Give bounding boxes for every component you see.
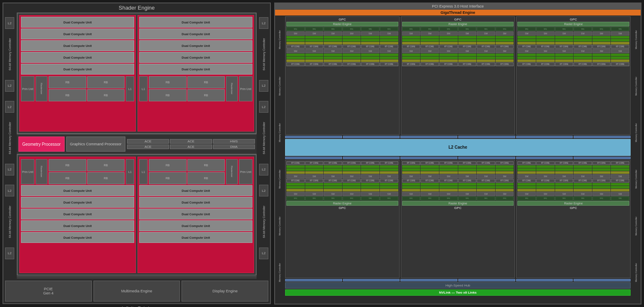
memory-controller-left: L2 64-bit Memory Controller L2 L2 64-bit… — [3, 13, 16, 264]
mem-ctrl-r: Memory Controller — [635, 30, 637, 49]
mem-ctrl: Memory Controller — [278, 123, 281, 142]
prim-unit: Prim Unit — [21, 76, 34, 101]
main-area: Dual Compute Unit Dual Compute Unit Dual… — [17, 13, 257, 278]
l1-box: L1 — [139, 76, 148, 101]
gpc-block-5: RT CORERT CORE RT CORERT CORE RT CORERT … — [401, 160, 515, 279]
mem-ctrl-label-left2: 64-bit Memory Controller — [8, 122, 11, 154]
mem-ctrl: Memory Controller — [278, 217, 281, 235]
l2-box-r: L2 — [259, 185, 268, 196]
l2-box-r: L2 — [259, 248, 268, 259]
rb-grid: RB RB RB RB — [49, 159, 125, 184]
dcu: Dual Compute Unit — [21, 64, 134, 75]
l2-box: L2 — [5, 101, 14, 113]
gpc-block-3: GPC Raster Engine TPCTPC TPCTPC TPCTPC S… — [516, 16, 631, 135]
compute-col-left-bottom: Prim Unit Rasterizer RB RB RB RB L1 Dual… — [19, 157, 136, 273]
dcu: Dual Compute Unit — [139, 17, 252, 28]
l2-box: L2 — [5, 80, 14, 92]
raster-engine: Raster Engine — [517, 22, 629, 26]
dcu: Dual Compute Unit — [21, 28, 134, 39]
l2-box-r: L2 — [259, 101, 268, 113]
dcu: Dual Compute Unit — [139, 185, 252, 196]
nvidia-main: Memory Controller Memory Controller Memo… — [275, 15, 641, 297]
display-engine-box: Display Engine — [182, 281, 268, 302]
l2-box: L2 — [5, 248, 14, 259]
dcu: Dual Compute Unit — [139, 197, 252, 208]
mem-ctrl-r: Memory Controller — [635, 217, 637, 235]
dcu: Dual Compute Unit — [139, 40, 252, 51]
l2-box-r: L2 — [259, 17, 268, 29]
rb-grid: RB RB RB RB — [149, 159, 225, 184]
rasterizer: Rasterizer — [36, 76, 47, 101]
mem-ctrl-label-left3: 64-bit Memory Controller — [8, 206, 11, 238]
dcu: Dual Compute Unit — [21, 52, 134, 63]
memory-controller-right: L2 64-bit Memory Controller L2 L2 64-bit… — [257, 13, 270, 264]
dcu: Dual Compute Unit — [21, 185, 134, 196]
raster-row-left-top: Prim Unit Rasterizer RB RB RB RB L1 — [21, 76, 134, 101]
gpc-row-bottom: RT CORERT CORE RT CORERT CORE RT CORERT … — [285, 160, 631, 279]
graphics-command-processor: Graphics Command Processor — [66, 137, 125, 152]
l2-box: L2 — [5, 17, 14, 29]
mem-ctrl-r: Memory Controller — [635, 77, 637, 95]
mem-ctrl: Memory Controller — [278, 77, 281, 95]
mem-ctrl: Memory Controller — [278, 170, 281, 188]
dcu: Dual Compute Unit — [21, 209, 134, 219]
prim-unit: Prim Unit — [239, 159, 252, 184]
pcie-box: PCIEGen 4 — [5, 281, 92, 302]
mem-ctrl-r: Memory Controller — [635, 123, 637, 142]
dcu: Dual Compute Unit — [139, 64, 252, 75]
raster-row-right-top: L1 RB RB RB RB Rasterizer Prim Unit — [139, 76, 252, 101]
nvidia-content: GPC Raster Engine TPCTPC TPCTPC TPCTPC S… — [284, 15, 631, 297]
raster-row-right-bottom: L1 RB RB RB RB Rasterizer Prim Unit — [139, 159, 252, 184]
geometry-processor: Geometry Processor — [18, 137, 65, 152]
mem-ctrl-label-left: 64-bit Memory Controller — [8, 38, 11, 70]
mem-ctrl: Memory Controller — [278, 30, 281, 49]
shader-engine-top-label: Shader Engine — [3, 3, 270, 12]
pci-bar: PCI Express 3.0 Host Interface — [275, 3, 641, 10]
raster-engine: Raster Engine — [402, 201, 514, 206]
mem-row-strip-3 — [285, 279, 631, 281]
shader-block-top: Dual Compute Unit Dual Compute Unit Dual… — [17, 13, 257, 134]
compute-col-left: Dual Compute Unit Dual Compute Unit Dual… — [19, 15, 136, 132]
shader-block-bottom: Prim Unit Rasterizer RB RB RB RB L1 Dual… — [17, 154, 257, 276]
multimedia-engine-box: Multimedia Engine — [93, 281, 180, 302]
gpc-block-6: RT CORERT CORE RT CORERT CORE RT CORERT … — [516, 160, 631, 279]
l2-cache: L2 Cache — [285, 139, 631, 156]
rb-grid: RB RB RB RB — [149, 76, 225, 101]
rb-grid: RB RB RB RB — [49, 76, 125, 101]
rasterizer: Rasterizer — [226, 159, 238, 184]
high-speed-hub: High-Speed Hub — [285, 282, 631, 289]
nvlink-bar: NVLink — Two x8 Links — [285, 289, 631, 296]
raster-engine: Raster Engine — [402, 22, 514, 26]
dcu: Dual Compute Unit — [139, 232, 252, 243]
dcu: Dual Compute Unit — [21, 17, 134, 28]
nvidia-left-mem: Memory Controller Memory Controller Memo… — [275, 15, 284, 297]
compute-col-right-bottom: L1 RB RB RB RB Rasterizer Prim Unit Dual… — [138, 157, 254, 273]
middle-strip: Geometry Processor Graphics Command Proc… — [17, 134, 257, 154]
gpc-block-4: RT CORERT CORE RT CORERT CORE RT CORERT … — [285, 160, 400, 279]
dcu: Dual Compute Unit — [21, 220, 134, 231]
dcu: Dual Compute Unit — [139, 220, 252, 231]
mem-ctrl-label-right3: 64-bit Memory Controller — [262, 206, 265, 238]
right-panel: PCI Express 3.0 Host Interface GigaThrea… — [274, 3, 641, 304]
raster-engine: Raster Engine — [286, 201, 398, 206]
dcu: Dual Compute Unit — [139, 209, 252, 219]
l1-box: L1 — [126, 76, 134, 101]
raster-row-left-bottom: Prim Unit Rasterizer RB RB RB RB L1 — [21, 159, 134, 184]
l2-box-r: L2 — [259, 80, 268, 92]
l1-box: L1 — [126, 159, 134, 184]
giga-bar: GigaThread Engine — [275, 10, 641, 15]
gpc-row-top: GPC Raster Engine TPCTPC TPCTPC TPCTPC S… — [285, 16, 631, 135]
rasterizer: Rasterizer — [36, 159, 47, 184]
l2-box: L2 — [5, 185, 14, 196]
mem-ctrl-label-right: 64-bit Memory Controller — [262, 38, 265, 70]
dcu: Dual Compute Unit — [139, 28, 252, 39]
bottom-strip: PCIEGen 4 Multimedia Engine Display Engi… — [3, 279, 270, 303]
rasterizer: Rasterizer — [226, 76, 238, 101]
mem-ctrl-r: Memory Controller — [635, 170, 637, 188]
gpc-block-2: GPC Raster Engine TPCTPC TPCTPC TPCTPC S… — [401, 16, 515, 135]
prim-unit: Prim Unit — [239, 76, 252, 101]
mem-row-strip-2 — [285, 157, 631, 159]
dcu: Dual Compute Unit — [21, 40, 134, 51]
mem-row-strip — [285, 136, 631, 138]
dcu: Dual Compute Unit — [21, 197, 134, 208]
